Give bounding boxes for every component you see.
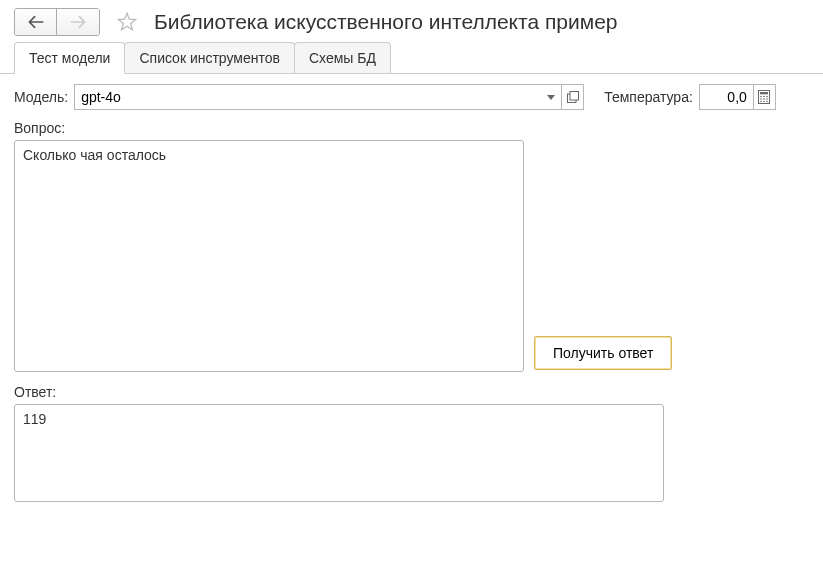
arrow-right-icon (70, 15, 86, 29)
back-button[interactable] (15, 9, 57, 35)
svg-point-5 (764, 96, 766, 98)
model-dropdown-button[interactable] (540, 84, 562, 110)
arrow-left-icon (28, 15, 44, 29)
model-input[interactable] (74, 84, 540, 110)
open-external-icon (567, 91, 579, 103)
temperature-input[interactable] (699, 84, 754, 110)
chevron-down-icon (547, 95, 555, 100)
nav-buttons (14, 8, 100, 36)
svg-point-9 (767, 98, 769, 100)
svg-point-8 (764, 98, 766, 100)
svg-point-10 (761, 101, 763, 103)
svg-point-11 (764, 101, 766, 103)
svg-point-7 (761, 98, 763, 100)
temperature-label: Температура: (604, 89, 693, 105)
model-open-button[interactable] (562, 84, 584, 110)
svg-rect-1 (570, 92, 579, 101)
tab-bar: Тест модели Список инструментов Схемы БД (0, 42, 823, 74)
tab-db-schemas[interactable]: Схемы БД (294, 42, 391, 73)
get-answer-button[interactable]: Получить ответ (534, 336, 672, 370)
question-textarea[interactable] (14, 140, 524, 372)
svg-point-4 (761, 96, 763, 98)
temperature-calc-button[interactable] (754, 84, 776, 110)
tab-test-model[interactable]: Тест модели (14, 42, 125, 74)
svg-point-6 (767, 96, 769, 98)
svg-point-12 (767, 101, 769, 103)
forward-button[interactable] (57, 9, 99, 35)
svg-rect-3 (760, 92, 768, 94)
answer-textarea[interactable] (14, 404, 664, 502)
tab-tools-list[interactable]: Список инструментов (124, 42, 295, 73)
answer-label: Ответ: (14, 384, 809, 400)
question-label: Вопрос: (14, 120, 809, 136)
page-title: Библиотека искусственного интеллекта при… (154, 10, 618, 34)
calculator-icon (758, 90, 770, 104)
model-label: Модель: (14, 89, 68, 105)
favorite-star-icon[interactable] (114, 9, 140, 35)
